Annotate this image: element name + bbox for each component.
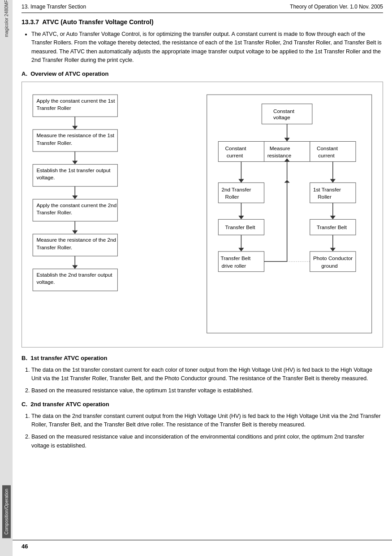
svg-rect-76 xyxy=(310,251,356,271)
svg-text:Transfer Belt: Transfer Belt xyxy=(317,224,347,230)
intro-list: The ATVC, or Auto Transfer Voltage Contr… xyxy=(22,30,383,65)
atvc-diagram: Apply the constant current the 1st Trans… xyxy=(28,88,376,339)
subsection-b-item-2: Based on the measured resistance value, … xyxy=(31,387,383,395)
intro-text: The ATVC, or Auto Transfer Voltage Contr… xyxy=(31,30,383,65)
sidebar: magicolor 2480MF Composition/Operation xyxy=(0,0,13,556)
svg-text:Measure: Measure xyxy=(270,145,290,151)
svg-text:Apply the constant current the: Apply the constant current the 2nd xyxy=(36,202,116,208)
page-footer: 46 xyxy=(13,540,392,550)
svg-text:Measure the resistance of the : Measure the resistance of the 1st xyxy=(36,132,114,138)
svg-marker-4 xyxy=(72,126,78,129)
svg-text:drive roller: drive roller xyxy=(221,262,246,268)
svg-text:voltage.: voltage. xyxy=(36,279,55,285)
page-header: 13. Image Transfer Section Theory of Ope… xyxy=(22,0,383,13)
svg-text:Transfer Belt: Transfer Belt xyxy=(220,255,251,261)
svg-text:Transfer Belt: Transfer Belt xyxy=(225,224,256,230)
svg-text:Constant: Constant xyxy=(317,145,338,151)
svg-rect-29 xyxy=(207,95,372,333)
svg-text:Constant: Constant xyxy=(225,145,247,151)
svg-text:Establish the 1st transfer out: Establish the 1st transfer output xyxy=(36,167,111,173)
svg-text:2nd Transfer: 2nd Transfer xyxy=(221,186,251,192)
svg-rect-30 xyxy=(262,104,312,124)
subsection-b-item-1: The data on the 1st transfer constant cu… xyxy=(31,366,383,383)
section-heading: 13.3.7 ATVC (Auto Transfer Voltage Contr… xyxy=(22,18,383,26)
svg-text:Establish the 2nd transfer out: Establish the 2nd transfer output xyxy=(36,272,112,278)
subsection-a-label: A. Overview of ATVC operation xyxy=(22,70,383,77)
svg-text:resistance: resistance xyxy=(267,152,292,158)
subsection-c-label: C. 2nd transfer ATVC operation xyxy=(22,401,383,408)
svg-text:Constant: Constant xyxy=(273,108,295,114)
sidebar-mid-label: Composition/Operation xyxy=(2,485,11,538)
svg-rect-61 xyxy=(218,251,264,271)
svg-text:Transfer Roller.: Transfer Roller. xyxy=(36,244,72,250)
svg-text:Transfer Roller.: Transfer Roller. xyxy=(36,209,72,215)
subsection-c-list: The data on the 2nd transfer constant cu… xyxy=(22,412,383,451)
svg-marker-14 xyxy=(72,195,78,199)
svg-text:ground: ground xyxy=(321,262,338,268)
svg-rect-35 xyxy=(218,141,264,161)
main-content: 13. Image Transfer Section Theory of Ope… xyxy=(13,0,392,465)
svg-text:Roller: Roller xyxy=(318,194,332,200)
sidebar-top-label: magicolor 2480MF xyxy=(4,0,9,42)
svg-text:voltage: voltage xyxy=(273,114,290,120)
svg-marker-19 xyxy=(72,230,78,234)
header-right: Theory of Operation Ver. 1.0 Nov. 2005 xyxy=(290,4,383,10)
svg-text:current: current xyxy=(227,152,243,158)
page-number: 46 xyxy=(22,543,28,550)
svg-text:Measure the resistance of the : Measure the resistance of the 2nd xyxy=(36,237,116,243)
svg-rect-67 xyxy=(310,182,356,203)
svg-rect-52 xyxy=(218,182,264,203)
svg-marker-9 xyxy=(72,161,78,164)
svg-text:Transfer Roller: Transfer Roller xyxy=(36,104,71,110)
subsection-c-item-1: The data on the 2nd transfer constant cu… xyxy=(31,412,383,430)
header-left: 13. Image Transfer Section xyxy=(22,4,86,10)
svg-rect-41 xyxy=(310,141,356,161)
svg-text:Transfer Roller.: Transfer Roller. xyxy=(36,139,72,145)
subsection-c-item-2: Based on the measured resistance value a… xyxy=(31,433,383,450)
diagram-container: Apply the constant current the 1st Trans… xyxy=(22,82,383,348)
svg-text:current: current xyxy=(318,152,335,158)
subsection-b-label: B. 1st transfer ATVC operation xyxy=(22,355,383,361)
svg-text:Roller: Roller xyxy=(225,194,239,200)
svg-text:voltage.: voltage. xyxy=(36,174,55,180)
svg-text:Apply the constant current the: Apply the constant current the 1st xyxy=(36,97,115,103)
svg-text:Photo Conductor: Photo Conductor xyxy=(313,255,353,261)
svg-marker-24 xyxy=(72,265,78,269)
svg-text:1st Transfer: 1st Transfer xyxy=(313,186,341,192)
subsection-b-list: The data on the 1st transfer constant cu… xyxy=(22,366,383,395)
